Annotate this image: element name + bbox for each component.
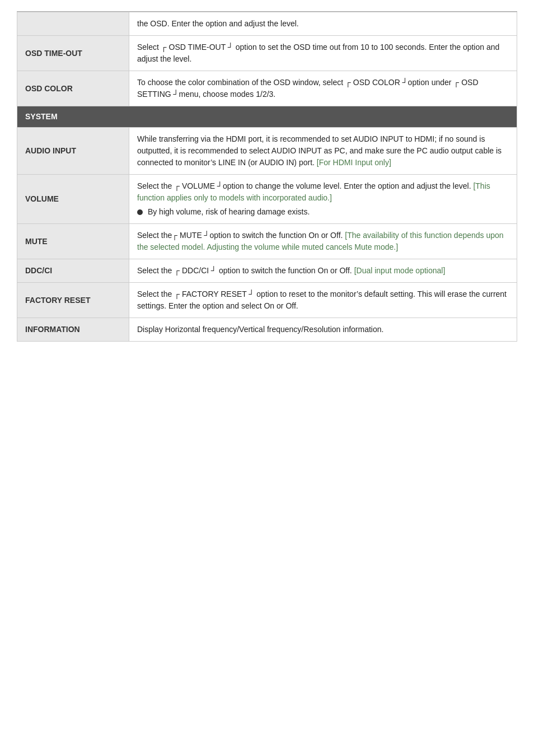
row-label-volume: VOLUME [17,175,129,224]
row-desc-osd-time-out: Select ┌ OSD TIME-OUT ┘ option to set th… [129,36,517,71]
row-label-mute: MUTE [17,224,129,259]
desc-text-part: Select the ┌ VOLUME ┘option to change th… [137,181,473,190]
row-label-osd-time-out: OSD TIME-OUT [17,36,129,71]
row-desc-mute: Select the┌ MUTE ┘option to switch the f… [129,224,517,259]
table-row-system-section: SYSTEM [17,106,517,128]
row-desc-ddc-ci: Select the ┌ DDC/CI ┘ option to switch t… [129,259,517,283]
row-label-audio-input: AUDIO INPUT [17,128,129,175]
row-desc-information: Display Horizontal frequency/Vertical fr… [129,318,517,342]
desc-text-part: Select the ┌ DDC/CI ┘ option to switch t… [137,266,354,275]
desc-text-part: [Dual input mode optional] [354,266,446,275]
table-row-audio-input: AUDIO INPUTWhile transferring via the HD… [17,128,517,175]
bullet-text: By high volume, risk of hearing damage e… [146,207,310,216]
row-label-ddc-ci: DDC/CI [17,259,129,283]
desc-text-part: [For HDMI Input only] [317,158,391,167]
desc-text-part: Select the ┌ FACTORY RESET ┘ option to r… [137,290,507,310]
desc-text-part: Select the┌ MUTE ┘option to switch the f… [137,231,345,240]
table-row-volume: VOLUMESelect the ┌ VOLUME ┘option to cha… [17,175,517,224]
row-desc-audio-input: While transferring via the HDMI port, it… [129,128,517,175]
row-desc-factory-reset: Select the ┌ FACTORY RESET ┘ option to r… [129,283,517,318]
table-row-mute: MUTESelect the┌ MUTE ┘option to switch t… [17,224,517,259]
table-row-factory-reset: FACTORY RESETSelect the ┌ FACTORY RESET … [17,283,517,318]
row-desc-volume: Select the ┌ VOLUME ┘option to change th… [129,175,517,224]
row-desc-intro-row: the OSD. Enter the option and adjust the… [129,12,517,36]
row-label-information: INFORMATION [17,318,129,342]
row-label-intro-row [17,12,129,36]
desc-text-part: the OSD. Enter the option and adjust the… [137,19,299,28]
row-desc-osd-color: To choose the color combination of the O… [129,71,517,106]
table-row-intro-row: the OSD. Enter the option and adjust the… [17,12,517,36]
bullet-icon [137,209,143,215]
section-label-system-section: SYSTEM [17,106,517,128]
table-row-osd-time-out: OSD TIME-OUTSelect ┌ OSD TIME-OUT ┘ opti… [17,36,517,71]
row-label-factory-reset: FACTORY RESET [17,283,129,318]
table-row-information: INFORMATIONDisplay Horizontal frequency/… [17,318,517,342]
settings-table: the OSD. Enter the option and adjust the… [17,12,517,342]
table-row-ddc-ci: DDC/CISelect the ┌ DDC/CI ┘ option to sw… [17,259,517,283]
desc-text-part: Display Horizontal frequency/Vertical fr… [137,325,383,334]
desc-text-part: Select ┌ OSD TIME-OUT ┘ option to set th… [137,43,499,63]
desc-text-part: To choose the color combination of the O… [137,78,479,99]
bullet-line: By high volume, risk of hearing damage e… [137,206,509,218]
row-label-osd-color: OSD COLOR [17,71,129,106]
table-row-osd-color: OSD COLORTo choose the color combination… [17,71,517,106]
